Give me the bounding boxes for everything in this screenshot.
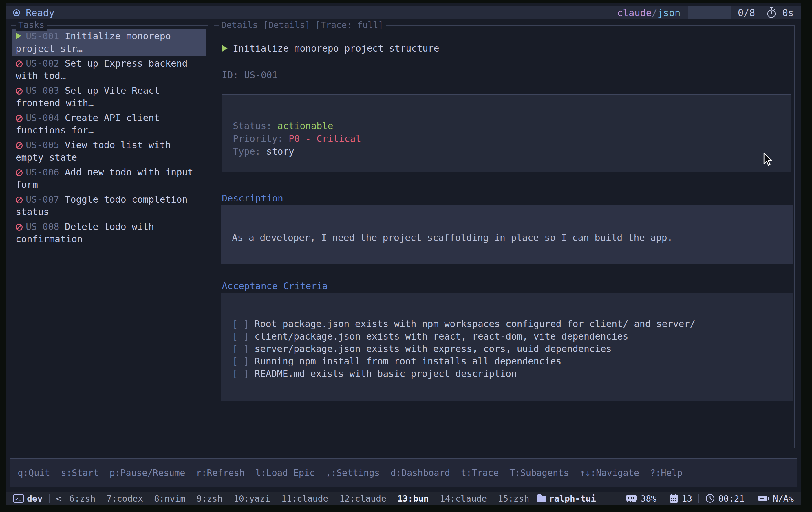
battery-stat: N/A% (758, 493, 794, 504)
criterion-row-4: [ ] Running npm install from root instal… (232, 355, 789, 368)
task-id-label: US-007 (26, 194, 59, 205)
checkbox-unchecked[interactable]: [ ] (232, 343, 249, 354)
tasks-panel: Tasks US-001 Initialize monorepo project… (11, 26, 208, 448)
calendar-stat: 13 (669, 493, 692, 504)
progress-bar-track (688, 6, 731, 19)
task-list: US-001 Initialize monorepo project str…U… (11, 26, 208, 250)
criterion-row-1: [ ] Root package.json exists with npm wo… (232, 318, 789, 330)
task-id-label: US-008 (26, 221, 59, 232)
task-row-us-004[interactable]: US-004 Create API client functions for… (12, 111, 206, 138)
blocked-icon (16, 60, 23, 67)
running-icon (16, 32, 22, 39)
meta-field-status: Status: actionable (233, 120, 790, 132)
blocked-icon (16, 224, 23, 231)
memory-icon (626, 494, 637, 503)
criterion-row-5: [ ] README.md exists with basic project … (232, 368, 789, 380)
task-detail-header: Initialize monorepo project structure (222, 42, 439, 55)
clock-value: 00:21 (718, 493, 744, 504)
task-row-us-003[interactable]: US-003 Set up Vite React frontend with… (12, 83, 206, 111)
clock-icon (705, 494, 715, 503)
calendar-value: 13 (682, 493, 692, 504)
meta-field-value: story (266, 146, 294, 157)
task-row-us-002[interactable]: US-002 Set up Express backend with tod… (12, 56, 206, 83)
memory-stat: 38% (626, 493, 656, 504)
window-list: 6:zsh7:codex8:nvim9:zsh10:yazi11:claude1… (69, 493, 529, 504)
task-row-us-007[interactable]: US-007 Toggle todo completion status (12, 192, 206, 219)
divider (49, 494, 50, 503)
tmux-window-14-claude[interactable]: 14:claude (440, 493, 487, 504)
top-bar-right: claude / json 0/8 0s (617, 6, 794, 19)
blocked-icon (16, 115, 23, 122)
clock-stat: 00:21 (705, 493, 744, 504)
checkbox-unchecked[interactable]: [ ] (232, 368, 249, 379)
description-heading: Description (222, 193, 283, 204)
tmux-window-10-yazi[interactable]: 10:yazi (234, 493, 270, 504)
ready-status-icon (13, 9, 20, 16)
battery-icon (758, 495, 770, 502)
battery-value: N/A% (773, 493, 794, 504)
divider (751, 494, 752, 503)
calendar-icon (669, 494, 678, 503)
task-detail-title: Initialize monorepo project structure (233, 42, 439, 55)
system-stats: 38% 13 00:21 (612, 493, 794, 504)
task-row-us-006[interactable]: US-006 Add new todo with input form (12, 165, 206, 192)
session-name: dev (27, 493, 42, 504)
description-text: As a developer, I need the project scaff… (232, 232, 673, 243)
description-box: As a developer, I need the project scaff… (221, 205, 793, 264)
app-screen: Ready claude / json 0/8 0s Tasks US-001 … (0, 0, 812, 512)
criterion-text: Running npm install from root installs a… (249, 356, 561, 367)
tmux-window-7-codex[interactable]: 7:codex (107, 493, 143, 504)
details-panel-title: Details [Details] [Trace: full] (219, 20, 386, 31)
criterion-row-3: [ ] server/package.json exists with expr… (232, 343, 789, 355)
task-row-us-001[interactable]: US-001 Initialize monorepo project str… (12, 29, 206, 56)
hotkey-bar: q:Quit s:Start p:Pause/Resume r:Refresh … (9, 458, 797, 487)
model-format-separator: / (651, 7, 657, 19)
blocked-icon (16, 169, 23, 176)
task-id-label: US-004 (26, 112, 59, 123)
tmux-status-bar: >_ dev < 6:zsh7:codex8:nvim9:zsh10:yazi1… (6, 492, 801, 505)
running-icon (222, 45, 228, 52)
details-panel: Details [Details] [Trace: full] Initiali… (214, 26, 794, 448)
meta-field-value: P0 - Critical (289, 133, 361, 144)
tmux-window-13-bun[interactable]: 13:bun (397, 493, 429, 504)
tmux-window-8-nvim[interactable]: 8:nvim (154, 493, 185, 504)
acceptance-criteria-section: [ ] Root package.json exists with npm wo… (221, 293, 793, 401)
divider (663, 494, 663, 503)
task-row-us-008[interactable]: US-008 Delete todo with confirmation (12, 219, 206, 247)
checkbox-unchecked[interactable]: [ ] (232, 319, 249, 329)
meta-field-label: Type: (233, 146, 266, 157)
elapsed-time: 0s (782, 7, 794, 19)
tmux-window-6-zsh[interactable]: 6:zsh (69, 493, 95, 504)
task-row-us-005[interactable]: US-005 View todo list with empty state (12, 138, 206, 165)
progress-count: 0/8 (738, 7, 755, 19)
task-id-label: US-001 (26, 31, 59, 42)
task-id-label: US-005 (26, 140, 59, 151)
task-id-label: US-002 (26, 58, 59, 69)
format-label: json (657, 7, 680, 19)
blocked-icon (16, 88, 23, 95)
tmux-window-11-claude[interactable]: 11:claude (281, 493, 328, 504)
ready-status-label: Ready (26, 7, 54, 19)
criterion-text: server/package.json exists with express,… (249, 343, 612, 354)
tmux-window-15-zsh[interactable]: 15:zsh (498, 493, 529, 504)
checkbox-unchecked[interactable]: [ ] (232, 331, 249, 342)
tmux-window-12-claude[interactable]: 12:claude (339, 493, 386, 504)
tmux-window-9-zsh[interactable]: 9:zsh (196, 493, 223, 504)
model-label: claude (617, 7, 651, 19)
task-id-label: US-003 (26, 85, 59, 96)
task-id-line: ID: US-001 (222, 69, 278, 81)
blocked-icon (16, 142, 23, 149)
criterion-row-2: [ ] client/package.json exists with reac… (232, 330, 789, 343)
divider (698, 494, 699, 503)
task-id-label: US-006 (26, 167, 59, 178)
acceptance-criteria-box: [ ] Root package.json exists with npm wo… (225, 297, 789, 397)
stopwatch-icon (766, 7, 776, 19)
meta-field-value: actionable (278, 120, 333, 131)
checkbox-unchecked[interactable]: [ ] (232, 356, 249, 367)
hotkey-legend: q:Quit s:Start p:Pause/Resume r:Refresh … (18, 468, 683, 478)
meta-field-label: Priority: (233, 133, 289, 144)
criterion-text: client/package.json exists with react, r… (249, 331, 629, 342)
task-meta-box: Status: actionablePriority: P0 - Critica… (222, 94, 791, 173)
criterion-text: Root package.json exists with npm worksp… (249, 319, 695, 329)
meta-field-label: Status: (233, 120, 278, 131)
